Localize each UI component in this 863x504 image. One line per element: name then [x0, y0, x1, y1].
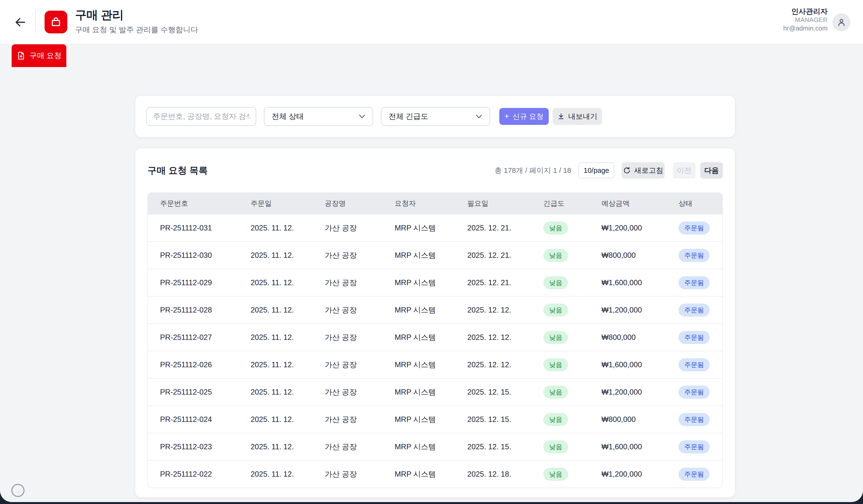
- column-header-6: 예상금액: [601, 199, 678, 209]
- need-date-cell: 2025. 12. 15.: [467, 415, 543, 424]
- purchase-request-list-card: 구매 요청 목록 총 178개 / 페이지 1 / 18 10/page 새로고…: [135, 148, 735, 498]
- search-input[interactable]: [146, 107, 256, 126]
- order-no-cell: PR-251112-024: [160, 415, 251, 424]
- requester-cell: MRP 시스템: [395, 442, 467, 452]
- column-header-1: 주문일: [251, 199, 325, 209]
- urgency-cell: 낮음: [543, 440, 601, 453]
- user-role: MANAGER: [783, 16, 828, 24]
- status-select[interactable]: 전체 상태: [264, 107, 373, 126]
- table-row[interactable]: PR-251112-0272025. 11. 12.가산 공장MRP 시스템20…: [148, 324, 722, 351]
- amount-cell: ₩800,000: [601, 333, 678, 342]
- page-size-value: 10/page: [584, 166, 609, 175]
- amount-cell: ₩800,000: [601, 415, 678, 424]
- requester-cell: MRP 시스템: [395, 332, 467, 342]
- export-button[interactable]: 내보내기: [553, 108, 602, 125]
- order-no-cell: PR-251112-031: [160, 224, 251, 232]
- need-date-cell: 2025. 12. 15.: [467, 442, 543, 451]
- table-header-row: 주문번호주문일공장명요청자필요일긴급도예상금액상태: [148, 193, 722, 214]
- app-surface: 구매 관리 구매 요청 및 발주 관리를 수행합니다 인사관리자 MANAGER…: [0, 0, 863, 502]
- table-row[interactable]: PR-251112-0232025. 11. 12.가산 공장MRP 시스템20…: [148, 433, 722, 460]
- status-badge: 주문됨: [678, 413, 710, 426]
- factory-cell: 가산 공장: [325, 332, 395, 342]
- new-request-label: 신규 요청: [513, 112, 543, 122]
- status-cell: 주문됨: [678, 304, 722, 317]
- avatar[interactable]: [833, 13, 850, 31]
- amount-cell: ₩1,600,000: [601, 361, 678, 369]
- factory-cell: 가산 공장: [325, 305, 395, 315]
- table-row[interactable]: PR-251112-0222025. 11. 12.가산 공장MRP 시스템20…: [148, 460, 722, 488]
- order-no-cell: PR-251112-027: [160, 333, 251, 342]
- table-row[interactable]: PR-251112-0292025. 11. 12.가산 공장MRP 시스템20…: [148, 269, 722, 296]
- tab-purchase-request[interactable]: 구매 요청: [12, 44, 66, 67]
- urgency-cell: 낮음: [543, 386, 601, 399]
- back-button[interactable]: [13, 14, 28, 30]
- requester-cell: MRP 시스템: [395, 250, 467, 261]
- plus-icon: +: [504, 111, 509, 121]
- export-label: 내보내기: [568, 112, 597, 122]
- chevron-down-icon: [476, 114, 482, 118]
- need-date-cell: 2025. 12. 21.: [467, 224, 543, 232]
- chevron-down-icon: [359, 114, 365, 118]
- urgency-cell: 낮음: [543, 413, 601, 426]
- column-header-7: 상태: [678, 199, 722, 209]
- table-row[interactable]: PR-251112-0312025. 11. 12.가산 공장MRP 시스템20…: [148, 214, 722, 241]
- page-subtitle: 구매 요청 및 발주 관리를 수행합니다: [75, 25, 198, 35]
- back-arrow-icon: [14, 16, 27, 28]
- prev-page-button[interactable]: 이전: [673, 162, 696, 179]
- status-badge: 주문됨: [678, 249, 710, 262]
- table-body: PR-251112-0312025. 11. 12.가산 공장MRP 시스템20…: [148, 214, 722, 488]
- factory-cell: 가산 공장: [325, 250, 395, 261]
- urgency-badge: 낮음: [543, 331, 568, 344]
- top-header: 구매 관리 구매 요청 및 발주 관리를 수행합니다 인사관리자 MANAGER…: [0, 0, 863, 44]
- requester-cell: MRP 시스템: [395, 278, 467, 288]
- status-badge: 주문됨: [678, 331, 710, 344]
- order-date-cell: 2025. 11. 12.: [251, 388, 325, 396]
- urgency-cell: 낮음: [543, 468, 601, 481]
- dark-mode-toggle[interactable]: [11, 483, 25, 498]
- need-date-cell: 2025. 12. 18.: [467, 470, 543, 479]
- filter-bar: 전체 상태 전체 긴급도 + 신규 요청 내보내기: [135, 96, 735, 138]
- factory-cell: 가산 공장: [325, 442, 395, 452]
- status-cell: 주문됨: [678, 249, 722, 262]
- order-date-cell: 2025. 11. 12.: [251, 278, 325, 287]
- amount-cell: ₩800,000: [601, 251, 678, 260]
- status-cell: 주문됨: [678, 276, 722, 289]
- page-size-select[interactable]: 10/page: [578, 162, 614, 178]
- header-divider: [35, 11, 36, 34]
- order-date-cell: 2025. 11. 12.: [251, 442, 325, 451]
- new-request-button[interactable]: + 신규 요청: [499, 108, 549, 125]
- order-date-cell: 2025. 11. 12.: [251, 251, 325, 260]
- requester-cell: MRP 시스템: [395, 414, 467, 425]
- status-cell: 주문됨: [678, 386, 722, 399]
- column-header-0: 주문번호: [160, 199, 251, 209]
- order-no-cell: PR-251112-028: [160, 306, 251, 314]
- table-row[interactable]: PR-251112-0282025. 11. 12.가산 공장MRP 시스템20…: [148, 296, 722, 324]
- order-date-cell: 2025. 11. 12.: [251, 333, 325, 342]
- status-badge: 주문됨: [678, 304, 710, 317]
- status-cell: 주문됨: [678, 440, 722, 453]
- table-row[interactable]: PR-251112-0262025. 11. 12.가산 공장MRP 시스템20…: [148, 351, 722, 378]
- order-no-cell: PR-251112-030: [160, 251, 251, 260]
- factory-cell: 가산 공장: [325, 387, 395, 397]
- next-page-button[interactable]: 다음: [700, 162, 723, 179]
- table-row[interactable]: PR-251112-0252025. 11. 12.가산 공장MRP 시스템20…: [148, 378, 722, 405]
- column-header-5: 긴급도: [543, 199, 601, 209]
- urgency-select[interactable]: 전체 긴급도: [381, 107, 490, 126]
- factory-cell: 가산 공장: [325, 360, 395, 370]
- table-row[interactable]: PR-251112-0242025. 11. 12.가산 공장MRP 시스템20…: [148, 405, 722, 433]
- status-select-value: 전체 상태: [272, 111, 304, 122]
- urgency-cell: 낮음: [543, 249, 601, 262]
- urgency-badge: 낮음: [543, 249, 568, 262]
- table-row[interactable]: PR-251112-0302025. 11. 12.가산 공장MRP 시스템20…: [148, 241, 722, 269]
- list-title: 구매 요청 목록: [148, 164, 208, 177]
- factory-cell: 가산 공장: [325, 469, 395, 479]
- amount-cell: ₩1,200,000: [601, 224, 678, 232]
- user-name: 인사관리자: [783, 7, 828, 16]
- need-date-cell: 2025. 12. 12.: [467, 333, 543, 342]
- page-title: 구매 관리: [75, 7, 124, 23]
- order-no-cell: PR-251112-025: [160, 388, 251, 396]
- order-no-cell: PR-251112-022: [160, 470, 251, 479]
- column-header-3: 요청자: [395, 199, 467, 209]
- refresh-button[interactable]: 새로고침: [622, 162, 665, 179]
- order-no-cell: PR-251112-023: [160, 442, 251, 451]
